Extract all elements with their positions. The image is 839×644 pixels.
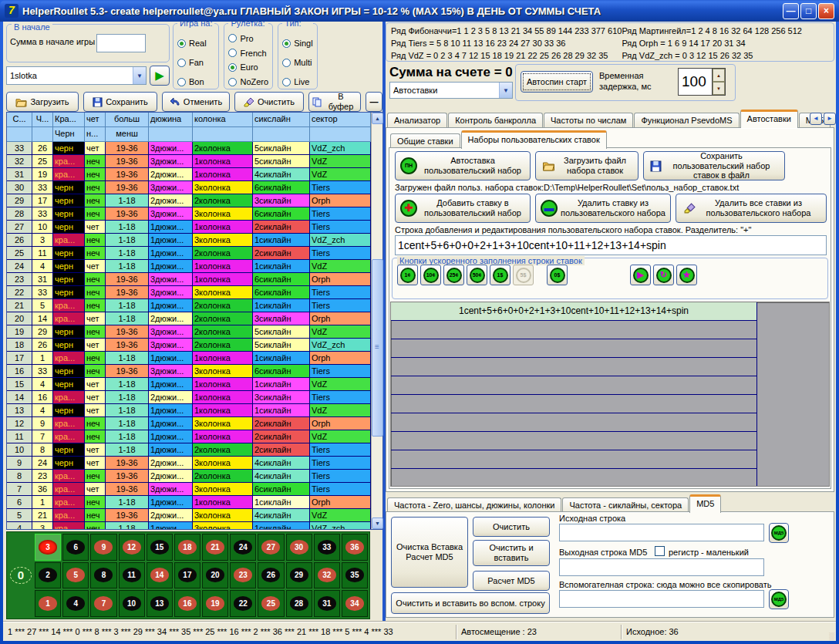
chevron-down-icon[interactable]: ▼ [133, 67, 146, 84]
roulette-number-28[interactable]: 28 [286, 590, 312, 617]
table-row[interactable]: 171кра...неч1-181дюжи...1колонка1сиклайн… [7, 352, 371, 365]
column-header[interactable]: Черн [53, 127, 85, 142]
table-row[interactable]: 2917черннеч1-182дюжи...2колонка3сиклайнO… [7, 194, 371, 207]
roulette-number-2[interactable]: 2 [35, 562, 61, 589]
inner-tab-наборы-пользовательских-ставок[interactable]: Наборы пользовательских ставок [461, 130, 607, 149]
table-row[interactable]: 1633черннеч19-363дюжи...3колонка6сиклайн… [7, 365, 371, 378]
table-row[interactable]: 2833черннеч19-363дюжи...3колонка6сиклайн… [7, 207, 371, 221]
column-header[interactable]: сектор [310, 113, 371, 127]
title-bar[interactable]: 7 HelperRoullet 5.3- create helperroulle… [0, 0, 839, 22]
roulette-number-11[interactable]: 11 [119, 562, 145, 589]
md5-clear-paste-aux-button[interactable]: Очистить и вставить во вспом. строку [391, 592, 550, 614]
roulette-number-34[interactable]: 34 [342, 590, 368, 617]
table-row[interactable]: 2331черннеч19-363дюжи...1колонка6сиклайн… [7, 273, 371, 286]
coin-button-10¢[interactable]: 10¢ [420, 265, 441, 285]
clear-button[interactable]: Очистить [234, 92, 304, 112]
action-button-play[interactable]: ▶ [630, 265, 651, 285]
minimize-button[interactable]: — [783, 3, 799, 19]
roulette-number-14[interactable]: 14 [147, 562, 173, 589]
resize-grip[interactable]: ░ [829, 632, 834, 641]
bet-list-row[interactable] [391, 450, 756, 469]
column-header[interactable] [149, 127, 193, 142]
inner-tab-общие-ставки[interactable]: Общие ставки [390, 133, 460, 149]
tab-контроль-банкролла[interactable]: Контроль банкролла [448, 113, 543, 128]
maximize-button[interactable]: □ [800, 3, 817, 19]
md5-clear-paste-calc-button[interactable]: Очистка Вставка Расчет MD5 [391, 517, 468, 588]
output-string-input[interactable] [559, 558, 764, 576]
column-header[interactable]: н... [85, 127, 106, 142]
md5-calc-aux-button[interactable]: МД5 [769, 589, 789, 609]
bet-list-row[interactable] [391, 469, 756, 487]
coin-button-25¢[interactable]: 25¢ [443, 265, 464, 285]
chevron-down-icon[interactable]: ▼ [499, 83, 512, 98]
table-row[interactable]: 244чернчет1-181дюжи...1колонка1сиклайнVd… [7, 260, 371, 273]
roulette-number-23[interactable]: 23 [230, 562, 256, 589]
play-slot-button[interactable]: ▶ [150, 66, 170, 86]
bet-list-row[interactable] [391, 321, 756, 339]
column-header[interactable]: колонка [193, 113, 253, 127]
table-row[interactable]: 3033черннеч19-363дюжи...3колонка6сиклайн… [7, 181, 371, 194]
table-row[interactable]: 2710чернчет1-181дюжи...1колонка2сиклайнT… [7, 221, 371, 234]
roulette-number-19[interactable]: 19 [202, 590, 228, 617]
radio-nozero[interactable]: NoZero [228, 77, 268, 86]
save-button[interactable]: Сохранить [83, 92, 157, 112]
table-row[interactable]: 3326чернчет19-363дюжи...2колонка5сиклайн… [7, 142, 371, 155]
column-header[interactable] [32, 127, 53, 142]
coin-button-1$[interactable]: 1$ [490, 265, 510, 285]
roulette-number-7[interactable]: 7 [90, 590, 116, 617]
roulette-number-29[interactable]: 29 [286, 562, 312, 589]
table-row[interactable]: 215кра...неч1-181дюжи...2колонка1сиклайн… [7, 299, 371, 312]
bet-list-row[interactable] [391, 376, 756, 395]
autospin-start-button[interactable]: Автоспин старт [521, 71, 593, 93]
table-row[interactable]: 43кра...неч1-181дюжи...3колонка1сиклайнV… [7, 522, 371, 529]
roulette-number-24[interactable]: 24 [230, 534, 256, 561]
bet-set-list[interactable]: 1cent+5+6+0+0+2+1+3+10cent+10+11+12+13+1… [390, 302, 830, 487]
md5-clear-button[interactable]: Очистить [473, 517, 550, 537]
tab-частоты-по-числам[interactable]: Частоты по числам [544, 113, 633, 128]
radio-french[interactable]: French [228, 49, 268, 58]
roulette-number-12[interactable]: 12 [119, 534, 145, 561]
column-header[interactable]: чет [85, 113, 106, 127]
tab-анализатор[interactable]: Анализатор [387, 113, 447, 128]
table-row[interactable]: 736кра...чет19-363дюжи...3колонка6сиклай… [7, 483, 371, 496]
bottom-tab-частота---сиклайны,-сектора[interactable]: Частота - сиклайны, сектора [562, 497, 689, 513]
md5-calc-source-button[interactable]: МД5 [769, 523, 789, 543]
slot-combo[interactable]: 1slotka ▼ [6, 66, 147, 85]
table-row[interactable]: 924чернчет19-362дюжи...3колонка4сиклайнT… [7, 457, 371, 470]
table-row[interactable]: 1416кра...чет1-182дюжи...1колонка3сиклай… [7, 391, 371, 404]
table-row[interactable]: 154чернчет1-181дюжи...1колонка1сиклайнVd… [7, 378, 371, 391]
roulette-zero-cell[interactable]: 0 [8, 562, 33, 589]
radio-pro[interactable]: Pro [228, 34, 268, 43]
autobets-combo[interactable]: Автоставки ▼ [389, 82, 513, 99]
radio-multi[interactable]: Multi [282, 58, 312, 67]
start-sum-input[interactable] [96, 34, 146, 52]
roulette-number-22[interactable]: 22 [230, 590, 256, 617]
roulette-number-21[interactable]: 21 [202, 534, 228, 561]
autobet-custom-set-button[interactable]: ПН Автоставка пользовательский набор [395, 151, 531, 180]
radio-euro[interactable]: Euro [228, 62, 268, 72]
add-bet-button[interactable]: ✚ Добавить ставку в пользовательский наб… [395, 194, 531, 223]
roulette-number-35[interactable]: 35 [342, 562, 368, 589]
action-button-repeat[interactable]: ↻ [653, 265, 674, 285]
column-header[interactable]: дюжина [149, 113, 193, 127]
spinner-down-icon[interactable]: ▼ [713, 82, 725, 95]
bet-list-header[interactable]: 1cent+5+6+0+0+2+1+3+10cent+10+11+12+13+1… [391, 302, 756, 321]
radio-real[interactable]: Real [177, 39, 214, 48]
roulette-number-8[interactable]: 8 [90, 562, 116, 589]
table-row[interactable]: 3119кра...неч19-362дюжи...1колонка4сикла… [7, 168, 371, 181]
load-button[interactable]: Загрузить [6, 92, 79, 112]
table-row[interactable]: 521кра...неч19-362дюжи...3колонка4сиклай… [7, 509, 371, 522]
roulette-number-1[interactable]: 1 [35, 590, 61, 617]
roulette-number-3[interactable]: 3 [35, 534, 61, 561]
table-row[interactable]: 61кра...неч1-181дюжи...1колонка1сиклайнO… [7, 496, 371, 509]
table-row[interactable]: 134чернчет1-181дюжи...1колонка1сиклайнVd… [7, 404, 371, 417]
column-header[interactable]: Ч... [32, 113, 53, 127]
md5-calc-button[interactable]: Расчет MD5 [473, 571, 550, 591]
column-header[interactable] [310, 127, 371, 142]
table-row[interactable]: 823кра...неч19-362дюжи...2колонка4сиклай… [7, 470, 371, 483]
table-row[interactable]: 2511черннеч1-181дюжи...2колонка2сиклайнT… [7, 247, 371, 260]
scrollbar-thumb[interactable] [372, 259, 383, 437]
roulette-number-17[interactable]: 17 [174, 562, 200, 589]
table-row[interactable]: 129кра...неч1-181дюжи...3колонка2сиклайн… [7, 417, 371, 430]
column-header[interactable]: сикслайн [253, 113, 310, 127]
